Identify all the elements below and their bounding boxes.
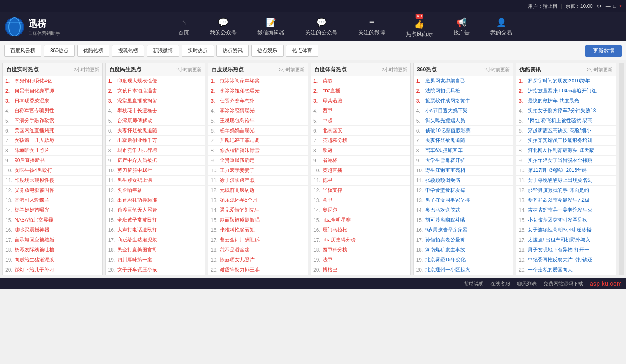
settings-icon[interactable]: ⚙ xyxy=(597,3,602,9)
nav-editor[interactable]: 📝 微信编辑器 xyxy=(251,15,291,39)
col3-item-17[interactable]: 17.曹云金计片酬胜诉 xyxy=(208,235,308,245)
scrollbar[interactable] xyxy=(619,63,624,275)
online-service-link[interactable]: 在线客服 xyxy=(490,280,510,287)
col4-item-12[interactable]: 12.平板支撑 xyxy=(311,186,410,195)
col5-item-1[interactable]: 1.激男网友绑架自己 xyxy=(414,76,513,86)
col4-item-5[interactable]: 5.中超 xyxy=(311,116,410,126)
col3-item-3[interactable]: 3.任贤齐赛车意外 xyxy=(208,96,308,106)
col3-item-11[interactable]: 11.徐子淇晒跨年照 xyxy=(208,176,308,186)
col3-item-13[interactable]: 13.杨乐观怀孕5个月 xyxy=(208,195,308,205)
col3-item-14[interactable]: 14.遇见爱情的刘先生 xyxy=(208,205,308,215)
col6-item-18[interactable]: 18.男子发现地下有异物 打开一 xyxy=(516,245,616,255)
col3-item-9[interactable]: 9.全贤重退伍确定 xyxy=(208,156,308,166)
col5-item-14[interactable]: 14.奥巴马欢送仪式 xyxy=(414,205,513,215)
col4-item-4[interactable]: 4.西甲 xyxy=(311,106,410,116)
col4-item-11[interactable]: 11.德甲 xyxy=(311,176,410,186)
col2-item-8[interactable]: 8.城市竞争力排行榜 xyxy=(106,146,205,156)
col1-item-4[interactable]: 4.自称军官专骗男性 xyxy=(3,106,102,116)
col3-item-15[interactable]: 15.赵丽颖被质疑假唱 xyxy=(208,215,308,225)
col1-item-14[interactable]: 14.杨羊妈妈首曝光 xyxy=(3,205,102,215)
col6-item-5[interactable]: 5."网红"称飞机上被性骚扰 易高 xyxy=(516,116,616,126)
col3-item-10[interactable]: 10.王力宏示妾妻子 xyxy=(208,166,308,176)
col2-item-16[interactable]: 16.大声打电话遭殴打 xyxy=(106,225,205,235)
col5-item-6[interactable]: 6.侦破10亿票值假彩票 xyxy=(414,126,513,136)
col3-item-16[interactable]: 16.张维科抱起丽颜 xyxy=(208,225,308,235)
filter-youku[interactable]: 优酷热榜 xyxy=(77,45,109,57)
filter-sohu[interactable]: 搜狐热榜 xyxy=(112,45,144,57)
col4-item-18[interactable]: 18.西甲积分榜 xyxy=(311,245,410,255)
col4-item-13[interactable]: 13.意甲 xyxy=(311,195,410,205)
col3-item-5[interactable]: 5.王思聪包岛跨年 xyxy=(208,116,308,126)
col4-item-14[interactable]: 14.奥尼尔 xyxy=(311,205,410,215)
col2-item-19[interactable]: 19.四川厚味第一案 xyxy=(106,255,205,265)
nav-myaccount[interactable]: 💬 我的公众号 xyxy=(204,15,243,39)
chat-link[interactable]: 聊天列表 xyxy=(517,280,537,287)
col2-item-9[interactable]: 9.房产中介人员被抓 xyxy=(106,156,205,166)
col1-item-12[interactable]: 12.义务放电影被叫停 xyxy=(3,186,102,195)
col3-item-4[interactable]: 4.李冰冰恋情曝光 xyxy=(208,106,308,116)
col5-item-15[interactable]: 15.胡可沙溢幽默斗嘴 xyxy=(414,215,513,225)
col6-item-12[interactable]: 12.那些男孩教我的事 体面是约 xyxy=(516,186,616,195)
col2-item-6[interactable]: 6.夫妻怀疑被鬼追随 xyxy=(106,126,205,136)
col3-item-19[interactable]: 19.陈赫晒女儿照片 xyxy=(208,255,308,265)
col6-item-10[interactable]: 10.第117期《鸿鹄》2016年终 xyxy=(516,166,616,176)
col1-item-10[interactable]: 10.女医生被4男殴打 xyxy=(3,166,102,176)
col1-item-1[interactable]: 1.李鬼银行吸储4亿 xyxy=(3,76,102,86)
col1-item-7[interactable]: 7.女孩遭十几人欺辱 xyxy=(3,136,102,146)
col3-item-7[interactable]: 7.奔跑吧评王菲走调 xyxy=(208,136,308,146)
download-link[interactable]: 免费网站源码下载 xyxy=(544,280,583,287)
col6-item-14[interactable]: 14.吉林省辉南县一养老院发生火 xyxy=(516,205,616,215)
col3-item-2[interactable]: 2.李冰冰姐弟恋曝光 xyxy=(208,86,308,96)
col6-item-4[interactable]: 4.实拍女子侧方停车7分钟失败18 xyxy=(516,106,616,116)
col6-item-3[interactable]: 3.最快的救护车 共度晨光 xyxy=(516,96,616,106)
col4-item-7[interactable]: 7.英超积分榜 xyxy=(311,136,410,146)
col2-item-12[interactable]: 12.央企晒年薪 xyxy=(106,186,205,195)
col4-item-15[interactable]: 15.nba全明星赛 xyxy=(311,215,410,225)
col3-item-20[interactable]: 20.谢霆锋疑力排王菲 xyxy=(208,265,308,275)
col1-item-2[interactable]: 2.何炅书自化身军师 xyxy=(3,86,102,96)
nav-trade[interactable]: 👤 我的交易 xyxy=(484,15,518,39)
col6-item-1[interactable]: 1.罗探宇时间的朋友l2016跨年 xyxy=(516,76,616,86)
col5-item-12[interactable]: 12.中学食堂食材发霉 xyxy=(414,186,513,195)
col2-item-10[interactable]: 10.剪刀留服中18年 xyxy=(106,166,205,176)
col1-item-20[interactable]: 20.踩灯下给儿子补习 xyxy=(3,265,102,275)
col4-item-9[interactable]: 9.省港杯 xyxy=(311,156,410,166)
col5-item-2[interactable]: 2.法院网拍玩具枪 xyxy=(414,86,513,96)
nav-weibo[interactable]: ≡ 关注的微博 xyxy=(352,16,391,39)
col2-item-20[interactable]: 20.女子开车碾压小孩 xyxy=(106,265,205,275)
col5-item-4[interactable]: 4.小s节目遭大妈下架 xyxy=(414,106,513,116)
col2-item-2[interactable]: 2.女孩日本酒店遇害 xyxy=(106,86,205,96)
col1-item-6[interactable]: 6.美国网红直播烤死 xyxy=(3,126,102,136)
col3-item-8[interactable]: 8.修杰楷插骑妹骨雪 xyxy=(208,146,308,156)
col1-item-5[interactable]: 5.不满分手敲诈勒索 xyxy=(3,116,102,126)
col5-item-16[interactable]: 16.9岁男孩告母亲家暴 xyxy=(414,225,513,235)
col3-item-6[interactable]: 6.杨羊妈妈首曝光 xyxy=(208,126,308,136)
col2-item-4[interactable]: 4.攀枝花市长遭枪击 xyxy=(106,106,205,116)
filter-entertainment[interactable]: 热点娱乐 xyxy=(251,45,284,57)
help-link[interactable]: 帮助说明 xyxy=(464,280,484,287)
col1-item-3[interactable]: 3.日本现香菜温泉 xyxy=(3,96,102,106)
col6-item-9[interactable]: 9.实拍年轻女子当街脱衣全裸跳 xyxy=(516,156,616,166)
col2-item-17[interactable]: 17.商贩给生猪灌泥浆 xyxy=(106,235,205,245)
col6-item-17[interactable]: 17.太尴尬! 出租车司机野外与女 xyxy=(516,235,616,245)
minimize-btn[interactable]: — xyxy=(606,3,611,9)
col5-item-17[interactable]: 17.孙俪拍卖老公爱裤 xyxy=(414,235,513,245)
col1-item-18[interactable]: 18.杨幂发际线被吐槽 xyxy=(3,245,102,255)
col1-item-15[interactable]: 15.NASA拍北京雾霾 xyxy=(3,215,102,225)
filter-weibo[interactable]: 新浪微博 xyxy=(147,45,179,57)
col5-item-10[interactable]: 10.野生江獭宝宝亮相 xyxy=(414,166,513,176)
col1-item-13[interactable]: 13.香港引入蝴蝶兰 xyxy=(3,195,102,205)
col1-item-19[interactable]: 19.商贩给生猪灌泥浆 xyxy=(3,255,102,265)
col5-item-18[interactable]: 18.河南煤矿发生事故 xyxy=(414,245,513,255)
col4-item-16[interactable]: 16.厦门马拉松 xyxy=(311,225,410,235)
col6-item-11[interactable]: 11.女子每晚醒醒身上出现莫名划 xyxy=(516,176,616,186)
col1-item-9[interactable]: 9.90后直播断书 xyxy=(3,156,102,166)
col6-item-2[interactable]: 2.沪指放量暴张1.04%喜迎开门红 xyxy=(516,86,616,96)
nav-followed[interactable]: 💬 关注的公众号 xyxy=(299,15,344,39)
filter-360[interactable]: 360热点 xyxy=(44,45,75,57)
col4-item-2[interactable]: 2.cba直播 xyxy=(311,86,410,96)
col4-item-17[interactable]: 17.nba历史得分榜 xyxy=(311,235,410,245)
col3-item-12[interactable]: 12.无线前高层病逝 xyxy=(208,186,308,195)
col4-item-6[interactable]: 6.北京国安 xyxy=(311,126,410,136)
col5-item-7[interactable]: 7.夫妻怀疑被鬼追随 xyxy=(414,136,513,146)
